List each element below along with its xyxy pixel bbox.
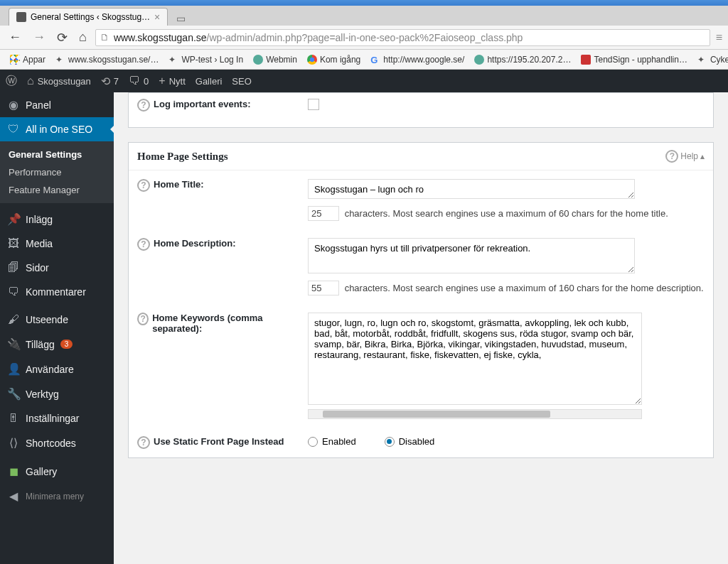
collapse-icon: ◀ bbox=[7, 489, 20, 503]
menu-posts[interactable]: 📌Inlägg bbox=[0, 207, 114, 232]
static-front-disabled-radio[interactable]: Disabled bbox=[385, 436, 435, 447]
scrollbar-thumb[interactable] bbox=[323, 411, 550, 418]
bookmark-icon bbox=[307, 55, 317, 65]
back-button[interactable]: ← bbox=[6, 28, 24, 46]
menu-shortcodes[interactable]: ⟨⟩Shortcodes bbox=[0, 430, 114, 455]
bookmark-item[interactable]: Ghttp://www.google.se/ bbox=[366, 53, 469, 66]
bookmark-item[interactable]: ✦www.skogsstugan.se/… bbox=[51, 53, 163, 66]
new-tab-button[interactable]: ▭ bbox=[172, 11, 190, 26]
site-link[interactable]: ⌂Skogsstugan bbox=[27, 75, 91, 87]
menu-all-in-one-seo[interactable]: 🛡All in One SEO bbox=[0, 117, 114, 141]
bookmark-item[interactable]: ✦WP-test › Log In bbox=[164, 53, 247, 66]
collapse-menu[interactable]: ◀Minimera meny bbox=[0, 484, 114, 509]
comment-icon: 🗨 bbox=[7, 286, 20, 298]
tab-close-icon[interactable]: × bbox=[154, 11, 160, 23]
seo-link[interactable]: SEO bbox=[232, 76, 251, 87]
main-content: ? Log important events: Home Page Settin… bbox=[114, 92, 728, 564]
admin-sidebar: ◉Panel 🛡All in One SEO General Settings … bbox=[0, 92, 114, 564]
plus-icon: + bbox=[159, 75, 165, 87]
static-front-row: ? Use Static Front Page Instead Enabled … bbox=[129, 428, 713, 457]
browser-tab-bar: General Settings ‹ Skogsstug… × ▭ bbox=[0, 6, 728, 26]
bookmark-item[interactable]: TendSign - upphandlin… bbox=[577, 53, 691, 66]
bookmarks-bar: Appar ✦www.skogsstugan.se/… ✦WP-test › L… bbox=[0, 50, 728, 70]
bookmark-item[interactable]: Kom igång bbox=[303, 53, 365, 66]
postbox-header: Home Page Settings ? Help ▴ bbox=[129, 143, 713, 170]
browser-address-bar: ← → ⟳ ⌂ 🗋 www.skogsstugan.se/wp-admin/ad… bbox=[0, 26, 728, 50]
forward-button[interactable]: → bbox=[30, 28, 48, 46]
home-keywords-input[interactable] bbox=[308, 313, 642, 405]
home-description-hint: 55 characters. Most search engines use a… bbox=[308, 281, 705, 295]
wordpress-icon: ⓦ bbox=[6, 74, 17, 89]
new-content-link[interactable]: +Nytt bbox=[159, 75, 185, 87]
bookmark-item[interactable]: https://195.20.207.2… bbox=[470, 53, 575, 66]
bookmark-item[interactable]: Webmin bbox=[249, 53, 301, 66]
wp-logo[interactable]: ⓦ bbox=[6, 74, 17, 89]
menu-appearance[interactable]: 🖌Utseende bbox=[0, 308, 114, 332]
help-icon[interactable]: ? bbox=[137, 99, 150, 112]
help-icon[interactable]: ? bbox=[137, 436, 150, 449]
home-description-input[interactable] bbox=[308, 238, 635, 273]
bookmark-apps[interactable]: Appar bbox=[6, 53, 50, 66]
log-events-label: ? Log important events: bbox=[137, 99, 294, 113]
home-description-label: ? Home Description: bbox=[137, 238, 294, 295]
home-title-label: ? Home Title: bbox=[137, 179, 294, 221]
menu-tools[interactable]: 🔧Verktyg bbox=[0, 381, 114, 406]
help-icon[interactable]: ? bbox=[137, 313, 149, 325]
menu-plugins[interactable]: 🔌Tillägg 3 bbox=[0, 332, 114, 357]
gallery-link[interactable]: Galleri bbox=[196, 76, 223, 87]
wrench-icon: 🔧 bbox=[7, 387, 20, 401]
dashboard-icon: ◉ bbox=[7, 98, 20, 112]
help-toggle[interactable]: ? Help ▴ bbox=[665, 150, 705, 163]
home-button[interactable]: ⌂ bbox=[76, 28, 90, 46]
keywords-scrollbar[interactable] bbox=[308, 409, 642, 419]
browser-tab[interactable]: General Settings ‹ Skogsstug… × bbox=[9, 8, 168, 26]
gallery-icon: ◼ bbox=[7, 465, 20, 478]
bookmark-icon: G bbox=[370, 55, 380, 65]
window-top-border bbox=[0, 0, 728, 6]
bookmark-icon bbox=[474, 55, 484, 65]
log-events-checkbox[interactable] bbox=[308, 99, 319, 110]
plugin-update-badge: 3 bbox=[60, 340, 73, 349]
address-input[interactable]: 🗋 www.skogsstugan.se/wp-admin/admin.php?… bbox=[95, 29, 710, 46]
comments-link[interactable]: 🗨0 bbox=[129, 75, 149, 87]
reload-button[interactable]: ⟳ bbox=[54, 28, 70, 47]
shield-icon: 🛡 bbox=[7, 123, 20, 136]
menu-panel[interactable]: ◉Panel bbox=[0, 92, 114, 117]
log-events-input bbox=[308, 99, 705, 113]
wp-admin-bar: ⓦ ⌂Skogsstugan ⟲7 🗨0 +Nytt Galleri SEO bbox=[0, 70, 728, 92]
pin-icon: 📌 bbox=[7, 212, 20, 226]
help-icon[interactable]: ? bbox=[137, 179, 150, 192]
menu-comments[interactable]: 🗨Kommentarer bbox=[0, 280, 114, 304]
home-title-input[interactable] bbox=[308, 179, 635, 199]
menu-gallery[interactable]: ◼Gallery bbox=[0, 459, 114, 484]
tab-favicon bbox=[16, 12, 26, 22]
home-title-hint: 25 characters. Most search engines use a… bbox=[308, 206, 705, 221]
updates-link[interactable]: ⟲7 bbox=[101, 75, 119, 88]
home-description-row: ? Home Description: 55 characters. Most … bbox=[129, 229, 713, 304]
help-icon[interactable]: ? bbox=[137, 238, 150, 251]
plugin-icon: 🔌 bbox=[7, 337, 20, 351]
menu-media[interactable]: 🖾Media bbox=[0, 232, 114, 256]
home-keywords-label: ? Home Keywords (comma separated): bbox=[137, 313, 294, 419]
home-icon: ⌂ bbox=[27, 75, 34, 87]
chevron-up-icon: ▴ bbox=[700, 151, 705, 161]
site-info-icon[interactable]: 🗋 bbox=[100, 32, 109, 43]
submenu-performance[interactable]: Performance bbox=[0, 163, 114, 181]
update-icon: ⟲ bbox=[101, 75, 110, 88]
static-front-enabled-radio[interactable]: Enabled bbox=[308, 436, 356, 447]
log-events-row: ? Log important events: bbox=[128, 92, 714, 128]
section-title: Home Page Settings bbox=[137, 151, 228, 163]
bookmark-icon: ✦ bbox=[697, 55, 707, 65]
bookmark-icon: ✦ bbox=[55, 55, 65, 65]
bookmark-icon bbox=[253, 55, 263, 65]
browser-menu-icon[interactable]: ≡ bbox=[716, 31, 722, 44]
menu-pages[interactable]: 🗐Sidor bbox=[0, 256, 114, 280]
home-description-count: 55 bbox=[308, 281, 339, 295]
menu-users[interactable]: 👤Användare bbox=[0, 357, 114, 381]
brush-icon: 🖌 bbox=[7, 313, 20, 326]
menu-settings[interactable]: 🎚Inställningar bbox=[0, 406, 114, 430]
bookmark-item[interactable]: ✦Cykelbanan nu! bbox=[693, 53, 728, 66]
submenu-general-settings[interactable]: General Settings bbox=[0, 146, 114, 163]
submenu-feature-manager[interactable]: Feature Manager bbox=[0, 181, 114, 199]
bookmark-icon: ✦ bbox=[168, 55, 178, 65]
